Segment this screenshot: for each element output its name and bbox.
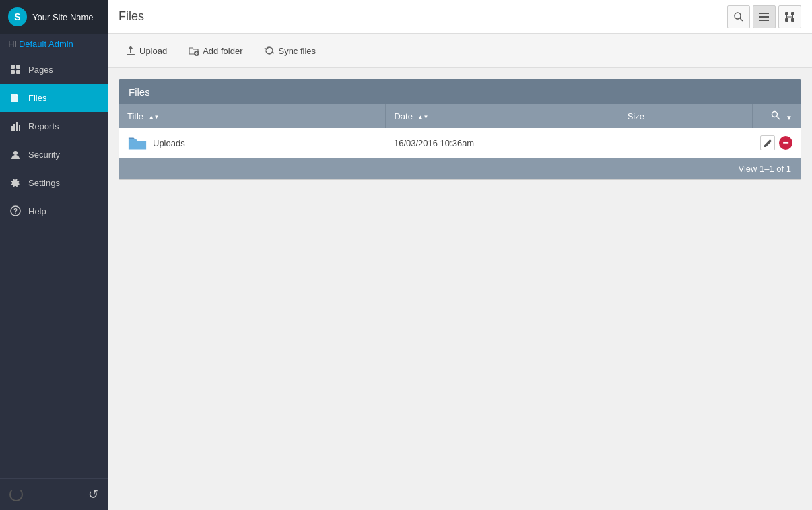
spinner-icon: [9, 488, 23, 501]
svg-rect-4: [11, 126, 13, 131]
files-table-title: Files: [119, 79, 801, 104]
sidebar-item-help[interactable]: ? Help: [0, 197, 108, 225]
sidebar-item-pages[interactable]: Pages: [0, 55, 108, 84]
svg-rect-1: [16, 65, 20, 69]
sidebar-item-label: Settings: [28, 178, 60, 188]
svg-rect-13: [759, 13, 769, 14]
svg-rect-18: [785, 18, 788, 22]
svg-text:?: ?: [13, 208, 18, 215]
reports-icon: [9, 120, 22, 132]
sidebar-item-label: Security: [28, 150, 60, 160]
header-actions: [727, 5, 801, 28]
date-sort-icons[interactable]: ▲▼: [418, 115, 429, 120]
svg-rect-23: [127, 54, 135, 55]
logo-icon: S: [8, 7, 27, 26]
svg-rect-0: [11, 65, 15, 69]
svg-line-12: [740, 18, 743, 21]
svg-rect-16: [785, 12, 788, 15]
svg-rect-6: [16, 122, 18, 131]
content-area: Files Title ▲▼ Date ▲▼ Size: [108, 68, 812, 510]
svg-line-28: [777, 117, 780, 120]
folder-name[interactable]: Uploads: [153, 138, 185, 148]
table-footer: View 1–1 of 1: [119, 158, 801, 179]
svg-rect-3: [16, 70, 20, 74]
upload-label: Upload: [139, 46, 167, 56]
upload-button[interactable]: Upload: [119, 42, 174, 59]
actions-column-header: ▼: [752, 104, 801, 128]
add-folder-label: Add folder: [203, 46, 242, 56]
sync-icon: [264, 45, 275, 56]
column-dropdown-icon[interactable]: ▼: [786, 114, 792, 121]
grid-icon: [9, 63, 22, 75]
actions-cell: −: [752, 128, 801, 158]
svg-rect-7: [19, 125, 20, 131]
title-column-header[interactable]: Title ▲▼: [119, 104, 386, 128]
svg-rect-14: [759, 16, 769, 18]
svg-rect-5: [13, 124, 15, 131]
sidebar-logo[interactable]: S Your Site Name: [0, 0, 108, 34]
table-search-icon[interactable]: [771, 111, 783, 122]
table-header-row: Title ▲▼ Date ▲▼ Size: [119, 104, 801, 128]
admin-user-link[interactable]: Default Admin: [19, 39, 73, 49]
list-view-button[interactable]: [753, 5, 776, 28]
sidebar-item-security[interactable]: Security: [0, 140, 108, 168]
site-name: Your Site Name: [32, 12, 94, 22]
upload-icon: [125, 45, 136, 56]
security-icon: [9, 148, 22, 160]
sidebar-item-files[interactable]: Files: [0, 84, 108, 112]
date-cell: 16/03/2016 10:36am: [386, 128, 619, 158]
add-folder-icon: [189, 45, 199, 56]
sidebar-item-label: Help: [28, 206, 46, 216]
sidebar-item-label: Files: [28, 93, 46, 103]
delete-button[interactable]: −: [779, 136, 792, 150]
sidebar-item-label: Reports: [28, 121, 59, 131]
title-cell: Uploads: [119, 128, 386, 158]
files-table: Title ▲▼ Date ▲▼ Size: [119, 104, 801, 158]
search-button[interactable]: [727, 5, 750, 28]
svg-point-8: [13, 151, 18, 155]
svg-rect-17: [791, 12, 794, 15]
folder-icon: [127, 135, 147, 151]
table-row: Uploads 16/03/2016 10:36am: [119, 128, 801, 158]
svg-rect-15: [759, 20, 769, 21]
size-column-header[interactable]: Size: [619, 104, 752, 128]
sidebar-item-settings[interactable]: Settings: [0, 168, 108, 197]
sidebar-item-reports[interactable]: Reports: [0, 112, 108, 140]
help-icon: ?: [9, 205, 22, 217]
settings-icon: [9, 177, 22, 189]
files-icon: [9, 92, 22, 104]
svg-rect-2: [11, 70, 15, 74]
page-title: Files: [119, 9, 144, 24]
size-cell: [619, 128, 752, 158]
back-icon[interactable]: ↺: [88, 487, 98, 502]
header: Files: [108, 0, 812, 34]
hi-text: Hi: [8, 39, 19, 49]
tree-view-button[interactable]: [778, 5, 801, 28]
add-folder-button[interactable]: Add folder: [182, 42, 249, 59]
title-sort-icons[interactable]: ▲▼: [149, 115, 160, 120]
sync-files-label: Sync files: [278, 46, 316, 56]
sidebar: S Your Site Name Hi Default Admin Pages …: [0, 0, 108, 510]
toolbar: Upload Add folder: [108, 34, 812, 68]
hi-bar: Hi Default Admin: [0, 34, 108, 55]
files-table-container: Files Title ▲▼ Date ▲▼ Size: [119, 79, 801, 180]
edit-button[interactable]: [760, 135, 775, 150]
sidebar-bottom: ↺: [0, 478, 108, 510]
svg-point-11: [735, 13, 741, 19]
date-column-header[interactable]: Date ▲▼: [386, 104, 619, 128]
sidebar-item-label: Pages: [28, 65, 53, 75]
svg-point-27: [772, 112, 778, 117]
main-content: Files: [108, 0, 812, 510]
sync-files-button[interactable]: Sync files: [257, 42, 323, 59]
svg-rect-19: [791, 18, 794, 22]
